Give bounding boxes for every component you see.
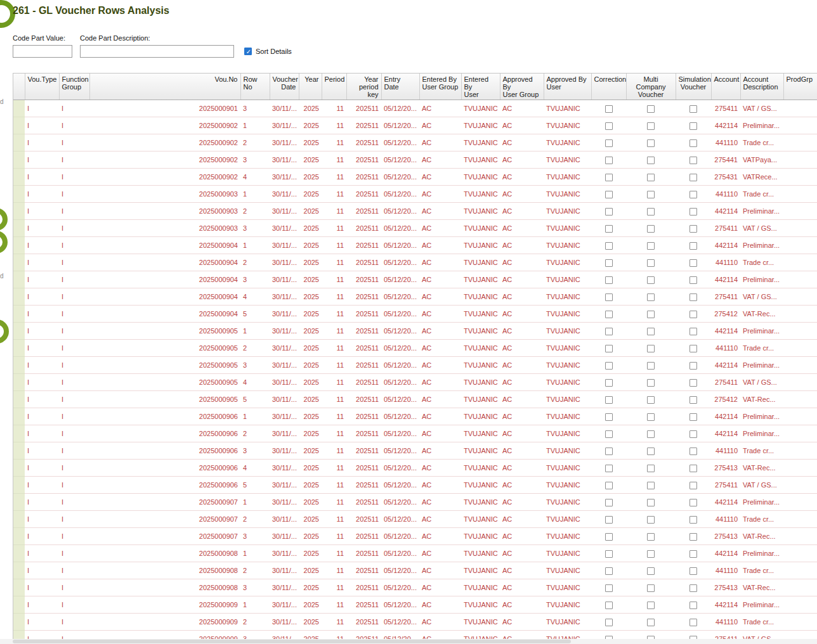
sort-details-toggle[interactable]: Sort Details [244,48,292,55]
row-selector-cell[interactable] [13,374,25,391]
simulation-voucher-checkbox[interactable] [690,413,697,421]
correction-checkbox[interactable] [605,122,613,130]
correction-checkbox[interactable] [605,430,613,438]
multi-company-voucher-checkbox[interactable] [647,345,655,352]
multi-company-voucher-checkbox[interactable] [647,413,655,421]
table-row[interactable]: II2025000904430/11/...20251120251105/12/… [13,288,817,306]
correction-checkbox[interactable] [605,448,613,455]
simulation-voucher-checkbox[interactable] [690,448,697,455]
multi-company-voucher-checkbox[interactable] [647,362,655,370]
correction-checkbox[interactable] [605,259,613,267]
column-header-year[interactable]: Year [299,74,322,100]
row-selector-cell[interactable] [13,442,25,460]
row-selector-cell[interactable] [13,357,25,374]
multi-company-voucher-checkbox[interactable] [647,379,655,387]
table-row[interactable]: II2025000908330/11/...20251120251105/12/… [13,579,817,596]
row-selector-cell[interactable] [13,425,25,442]
correction-checkbox[interactable] [605,413,613,421]
table-row[interactable]: II2025000908230/11/...20251120251105/12/… [13,562,817,579]
row-selector-cell[interactable] [13,134,25,151]
correction-checkbox[interactable] [605,345,613,352]
multi-company-voucher-checkbox[interactable] [647,516,655,524]
row-selector-cell[interactable] [13,237,25,254]
correction-checkbox[interactable] [605,293,613,301]
table-row[interactable]: II2025000904130/11/...20251120251105/12/… [13,237,817,254]
column-header-entry-date[interactable]: Entry Date [381,74,419,100]
row-selector-cell[interactable] [13,306,25,323]
correction-checkbox[interactable] [605,208,613,216]
table-row[interactable]: II2025000909130/11/...20251120251105/12/… [13,596,817,614]
table-row[interactable]: II2025000903330/11/...20251120251105/12/… [13,220,817,237]
correction-checkbox[interactable] [605,311,613,318]
row-selector-cell[interactable] [13,288,25,306]
simulation-voucher-checkbox[interactable] [690,328,697,335]
row-selector-cell[interactable] [13,562,25,579]
simulation-voucher-checkbox[interactable] [690,379,697,387]
simulation-voucher-checkbox[interactable] [690,139,697,147]
column-header-period[interactable]: Period [322,74,346,100]
simulation-voucher-checkbox[interactable] [690,191,697,198]
simulation-voucher-checkbox[interactable] [690,550,697,558]
multi-company-voucher-checkbox[interactable] [647,602,655,609]
table-row[interactable]: II2025000906130/11/...20251120251105/12/… [13,408,817,425]
correction-checkbox[interactable] [605,362,613,370]
simulation-voucher-checkbox[interactable] [690,619,697,626]
table-row[interactable]: II2025000902430/11/...20251120251105/12/… [13,169,817,186]
simulation-voucher-checkbox[interactable] [690,482,697,489]
table-row[interactable]: II2025000905430/11/...20251120251105/12/… [13,374,817,391]
simulation-voucher-checkbox[interactable] [690,533,697,541]
table-row[interactable]: II2025000905530/11/...20251120251105/12/… [13,391,817,408]
multi-company-voucher-checkbox[interactable] [647,276,655,284]
simulation-voucher-checkbox[interactable] [690,567,697,575]
table-row[interactable]: II2025000904330/11/...20251120251105/12/… [13,271,817,288]
row-selector-cell[interactable] [13,340,25,357]
correction-checkbox[interactable] [605,379,613,387]
table-row[interactable]: II2025000905230/11/...20251120251105/12/… [13,340,817,357]
multi-company-voucher-checkbox[interactable] [647,242,655,250]
multi-company-voucher-checkbox[interactable] [647,157,655,164]
correction-checkbox[interactable] [605,276,613,284]
multi-company-voucher-checkbox[interactable] [647,619,655,626]
table-row[interactable]: II2025000905130/11/...20251120251105/12/… [13,323,817,340]
simulation-voucher-checkbox[interactable] [690,276,697,284]
row-selector-cell[interactable] [13,169,25,186]
correction-checkbox[interactable] [605,139,613,147]
column-header-account[interactable]: Account [711,74,740,100]
column-header-entered-by-user[interactable]: Entered By User [461,74,500,100]
simulation-voucher-checkbox[interactable] [690,396,697,404]
row-selector-cell[interactable] [13,100,25,117]
row-selector-cell[interactable] [13,579,25,596]
column-header-row-no[interactable]: Row No [240,74,270,100]
row-selector-cell[interactable] [13,254,25,271]
correction-checkbox[interactable] [605,550,613,558]
correction-checkbox[interactable] [605,105,613,113]
multi-company-voucher-checkbox[interactable] [647,550,655,558]
correction-checkbox[interactable] [605,584,613,592]
simulation-voucher-checkbox[interactable] [690,259,697,267]
multi-company-voucher-checkbox[interactable] [647,122,655,130]
row-selector-cell[interactable] [13,596,25,614]
correction-checkbox[interactable] [605,482,613,489]
row-selector-cell[interactable] [13,151,25,169]
multi-company-voucher-checkbox[interactable] [647,533,655,541]
table-row[interactable]: II2025000907330/11/...20251120251105/12/… [13,528,817,545]
correction-checkbox[interactable] [605,328,613,335]
correction-checkbox[interactable] [605,567,613,575]
row-selector-cell[interactable] [13,203,25,220]
code-part-value-input[interactable] [13,45,72,58]
table-row[interactable]: II2025000901330/11/...20251120251105/12/… [13,100,817,117]
row-selector-cell[interactable] [13,614,25,631]
multi-company-voucher-checkbox[interactable] [647,396,655,404]
row-selector-cell[interactable] [13,408,25,425]
table-row[interactable]: II2025000903130/11/...20251120251105/12/… [13,186,817,203]
table-row[interactable]: II2025000902230/11/...20251120251105/12/… [13,134,817,151]
table-row[interactable]: II2025000908130/11/...20251120251105/12/… [13,545,817,562]
column-header-voucher-date[interactable]: Voucher Date [270,74,299,100]
column-header-entered-by-user-group[interactable]: Entered By User Group [419,74,461,100]
row-selector-cell[interactable] [13,545,25,562]
column-header-approved-by-user[interactable]: Approved By User [544,74,591,100]
row-selector-cell[interactable] [13,323,25,340]
scrollbar-thumb[interactable] [13,640,571,643]
simulation-voucher-checkbox[interactable] [690,208,697,216]
column-header-account-description[interactable]: Account Description [740,74,783,100]
